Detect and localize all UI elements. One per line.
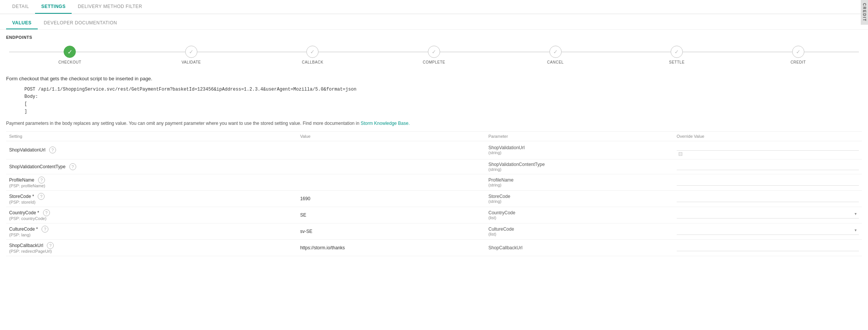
value-cell: [297, 159, 485, 174]
help-icon[interactable]: ?: [47, 242, 54, 249]
setting-cell: ShopValidationContentType?: [6, 159, 297, 174]
override-cell: [674, 223, 862, 239]
step-label-cancel: CANCEL: [547, 60, 564, 64]
setting-name: CultureCode *: [9, 226, 38, 232]
table-row: StoreCode *?(PSP: storeId)1690StoreCode(…: [6, 190, 862, 207]
override-select[interactable]: [677, 211, 859, 218]
code-line-4: ]: [24, 109, 27, 114]
knowledge-base-link[interactable]: Storm Knowledge Base.: [361, 121, 410, 126]
help-icon[interactable]: ?: [38, 177, 45, 183]
step-circle-cancel: ✓: [549, 46, 562, 58]
code-line-3: [: [24, 101, 27, 107]
override-input[interactable]: [677, 179, 859, 186]
override-input[interactable]: [677, 143, 859, 151]
value-cell: [297, 174, 485, 190]
step-label-validate: VALIDATE: [181, 60, 201, 64]
delete-icon[interactable]: ⊟: [678, 151, 683, 157]
step-label-checkout: CHECKOUT: [58, 60, 81, 64]
content-area: Form checkout that gets the checkout scr…: [0, 70, 868, 261]
table-row: ShopValidationContentType?ShopValidation…: [6, 159, 862, 174]
setting-name: ShopValidationContentType: [9, 164, 66, 169]
override-select[interactable]: [677, 228, 859, 235]
setting-sub: (PSP: storeId): [9, 200, 294, 204]
code-line-2: Body:: [24, 94, 38, 99]
th-override: Override Value: [674, 132, 862, 141]
param-type: (list): [488, 232, 671, 236]
step-label-credit: CREDIT: [791, 60, 806, 64]
override-input[interactable]: [677, 163, 859, 170]
help-icon[interactable]: ?: [42, 226, 48, 233]
param-name: ShopValidationContentType: [488, 162, 671, 167]
th-value: Value: [297, 132, 485, 141]
override-input[interactable]: [677, 244, 859, 251]
value-cell: [297, 141, 485, 159]
tab-detail[interactable]: DETAIL: [6, 0, 35, 14]
table-row: ShopValidationUrl?ShopValidationUrl(stri…: [6, 141, 862, 159]
step-label-settle: SETTLE: [669, 60, 685, 64]
value-cell: 1690: [297, 190, 485, 207]
help-icon[interactable]: ?: [43, 209, 50, 216]
code-block: POST /api/1.1/ShoppingService.svc/rest/G…: [6, 84, 862, 117]
value-cell: SE: [297, 207, 485, 223]
table-row: ProfileName?(PSP: profileName)ProfileNam…: [6, 174, 862, 190]
value-text: 1690: [300, 196, 311, 201]
override-cell: [674, 159, 862, 174]
sub-tab-values[interactable]: VALUES: [6, 17, 38, 29]
step-validate[interactable]: ✓ VALIDATE: [131, 46, 252, 64]
table-row: CountryCode *?(PSP: countryCode)SECountr…: [6, 207, 862, 223]
help-icon[interactable]: ?: [69, 163, 76, 170]
parameter-cell: ShopValidationUrl(string): [485, 141, 674, 159]
setting-name: CountryCode *: [9, 210, 39, 215]
setting-name: ProfileName: [9, 177, 34, 183]
parameter-cell: StoreCode(string): [485, 190, 674, 207]
setting-sub: (PSP: redirectPageUrl): [9, 249, 294, 253]
tab-settings[interactable]: SETTINGS: [35, 0, 72, 14]
param-type: (string): [488, 183, 671, 187]
th-parameter: Parameter: [485, 132, 674, 141]
param-name: CountryCode: [488, 210, 671, 215]
override-input[interactable]: [677, 195, 859, 202]
setting-cell: CountryCode *?(PSP: countryCode): [6, 207, 297, 223]
step-settle[interactable]: ✓ SETTLE: [616, 46, 738, 64]
help-icon[interactable]: ?: [49, 147, 56, 153]
step-circle-complete: ✓: [428, 46, 440, 58]
override-cell: [674, 174, 862, 190]
step-circle-credit: ✓: [792, 46, 804, 58]
setting-cell: StoreCode *?(PSP: storeId): [6, 190, 297, 207]
credit-badge: CREDIT: [861, 0, 868, 25]
settings-table: Setting Value Parameter Override Value S…: [6, 132, 862, 256]
step-circle-validate: ✓: [185, 46, 197, 58]
step-circle-checkout: ✓: [64, 46, 76, 58]
tab-delivery[interactable]: DELIVERY METHOD FILTER: [72, 0, 148, 14]
stepper: ✓ CHECKOUT ✓ VALIDATE ✓ CALLBACK ✓ COMPL…: [9, 46, 859, 64]
override-cell: [674, 239, 862, 256]
setting-name: ShopCallbackUrl: [9, 243, 43, 248]
setting-cell: ShopValidationUrl?: [6, 141, 297, 159]
step-credit[interactable]: ✓ CREDIT: [737, 46, 859, 64]
parameter-cell: CultureCode(list): [485, 223, 674, 239]
step-callback[interactable]: ✓ CALLBACK: [252, 46, 373, 64]
param-name: ShopCallbackUrl: [488, 245, 671, 250]
value-text: https://storm.io/thanks: [300, 245, 345, 250]
setting-cell: ShopCallbackUrl?(PSP: redirectPageUrl): [6, 239, 297, 256]
setting-sub: (PSP: countryCode): [9, 216, 294, 221]
value-text: SE: [300, 212, 306, 218]
param-type: (list): [488, 215, 671, 220]
step-cancel[interactable]: ✓ CANCEL: [495, 46, 616, 64]
setting-cell: CultureCode *?(PSP: lang): [6, 223, 297, 239]
step-label-complete: COMPLETE: [423, 60, 445, 64]
sub-tab-devdocs[interactable]: DEVELOPER DOCUMENTATION: [38, 17, 123, 29]
help-icon[interactable]: ?: [38, 193, 45, 200]
step-complete[interactable]: ✓ COMPLETE: [373, 46, 495, 64]
setting-sub: (PSP: profileName): [9, 183, 294, 188]
override-cell: ⊟: [674, 141, 862, 159]
description-text: Form checkout that gets the checkout scr…: [6, 76, 862, 81]
override-cell: [674, 207, 862, 223]
value-text: sv-SE: [300, 229, 312, 234]
param-name: ShopValidationUrl: [488, 145, 671, 150]
step-checkout[interactable]: ✓ CHECKOUT: [9, 46, 131, 64]
stepper-container: ✓ CHECKOUT ✓ VALIDATE ✓ CALLBACK ✓ COMPL…: [0, 43, 868, 70]
setting-sub: (PSP: lang): [9, 233, 294, 237]
step-label-callback: CALLBACK: [302, 60, 323, 64]
step-circle-callback: ✓: [306, 46, 319, 58]
